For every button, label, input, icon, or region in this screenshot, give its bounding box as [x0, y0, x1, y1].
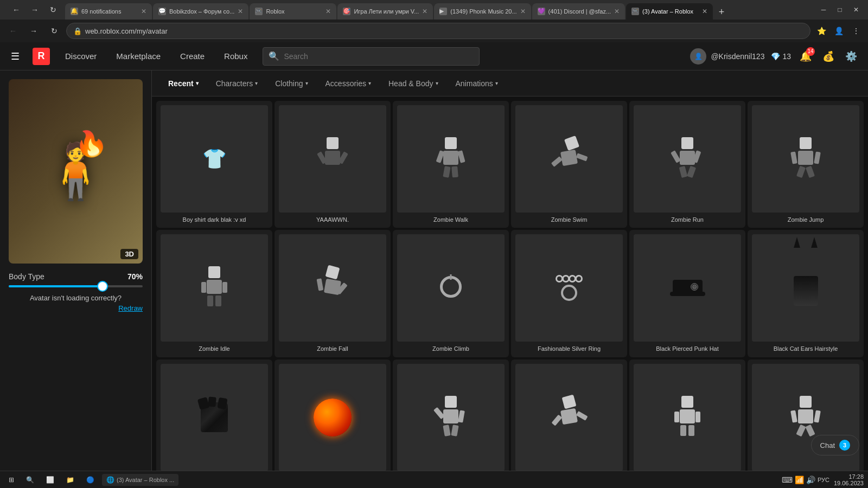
search-input[interactable] [284, 52, 474, 61]
tab-head-body[interactable]: Head & Body ▾ [381, 75, 446, 92]
tab-discord[interactable]: 💜 (401) Discord | @sfaz... ✕ [532, 3, 626, 20]
avatar-preview-area: 🔥 🧍 3D [9, 79, 143, 264]
item-card-zombie-idle[interactable]: Zombie Idle [156, 230, 272, 357]
tab-accessories[interactable]: Accessories ▾ [318, 75, 379, 92]
item-name-yaaawwn: YAAAWWN. [316, 216, 349, 223]
hamburger-menu-button[interactable]: ☰ [9, 48, 22, 65]
chrome-button[interactable]: 🌐 (3) Avatar – Roblox ... [102, 474, 178, 486]
item-card-boy-shirt[interactable]: 👕 Boy shirt dark blak :v xd [156, 101, 272, 228]
gear-settings-button[interactable]: ⚙️ [843, 48, 859, 65]
item-card-zombie-climb[interactable]: Zombie Climb [393, 230, 509, 357]
new-tab-button[interactable]: + [714, 4, 729, 20]
item-card-black-hair[interactable]: Black Messy Hairstyle [156, 359, 272, 486]
browser-back-button[interactable]: ← [4, 22, 22, 40]
item-name-zombie-walk: Zombie Walk [433, 216, 468, 223]
tab-game[interactable]: 🎯 Игра Лети или умри V... ✕ [337, 3, 433, 20]
item-name-zombie-run: Zombie Run [671, 216, 704, 223]
tab-favicon-roblox: 🎮 [255, 8, 263, 15]
tab-characters-arrow: ▾ [255, 80, 258, 86]
item-card-pirate-climb[interactable]: Pirate Climb [393, 359, 509, 486]
maximize-button[interactable]: □ [832, 2, 847, 17]
browser-reload-button[interactable]: ↻ [46, 22, 63, 40]
marketplace-link[interactable]: Marketplace [112, 49, 165, 63]
search-icon: 🔍 [269, 51, 279, 61]
refresh-button[interactable]: ↻ [46, 2, 61, 17]
tab-close-avatar[interactable]: ✕ [702, 8, 707, 15]
explorer-button[interactable]: 📁 [62, 474, 79, 486]
item-thumb-fiery-sun [279, 364, 386, 471]
item-card-zombie-walk[interactable]: Zombie Walk [393, 101, 509, 228]
tab-close-bobikzdox[interactable]: ✕ [238, 8, 243, 15]
slider-thumb[interactable] [97, 281, 108, 292]
robux-button[interactable]: 💰 [820, 48, 837, 65]
tab-animations-arrow: ▾ [495, 80, 498, 86]
item-card-silver-ring[interactable]: Fashionable Silver Ring [511, 230, 627, 357]
tab-recent[interactable]: Recent ▾ [161, 75, 206, 92]
tab-head-body-label: Head & Body [388, 79, 433, 88]
item-card-zombie-run[interactable]: Zombie Run [629, 101, 745, 228]
item-name-zombie-climb: Zombie Climb [432, 345, 469, 352]
create-link[interactable]: Create [176, 49, 209, 63]
tab-animations[interactable]: Animations ▾ [448, 75, 506, 92]
tab-clothing[interactable]: Clothing ▾ [267, 75, 315, 92]
close-window-button[interactable]: ✕ [848, 2, 864, 17]
item-name-punk-hat: Black Pierced Punk Hat [656, 345, 719, 352]
avatar-panel: 🔥 🧍 3D Body Type 70% Avatar isn't loadin… [0, 70, 152, 488]
tab-notifications[interactable]: 🔔 69 notifications ✕ [65, 3, 152, 20]
search-taskbar-button[interactable]: 🔍 [22, 474, 39, 486]
redraw-button[interactable]: Redraw [9, 304, 143, 312]
taskview-button[interactable]: ⬜ [42, 474, 59, 486]
item-card-zombie-jump[interactable]: Zombie Jump [748, 101, 864, 228]
item-card-cat-ears[interactable]: Black Cat Ears Hairstyle [748, 230, 864, 357]
item-name-zombie-jump: Zombie Jump [788, 216, 824, 223]
chat-count: 3 [839, 440, 850, 451]
item-card-zombie-swim[interactable]: Zombie Swim [511, 101, 627, 228]
tab-close-roblox[interactable]: ✕ [326, 8, 331, 15]
tab-favicon-game: 🎯 [343, 8, 350, 15]
item-card-zombie-fall[interactable]: Zombie Fall [275, 230, 391, 357]
tab-characters-label: Characters [216, 79, 253, 88]
tab-close-notifications[interactable]: ✕ [141, 8, 146, 15]
tray-icon-sound[interactable]: 🔊 [806, 476, 815, 484]
item-card-pirate-swim[interactable]: Pirate Swim [511, 359, 627, 486]
forward-button[interactable]: → [27, 2, 42, 17]
item-card-pirate-idle[interactable]: Pirate Idle [629, 359, 745, 486]
tab-favicon-bobikzdox: 💬 [158, 8, 166, 15]
url-bar[interactable]: 🔒 web.roblox.com/my/avatar [66, 23, 810, 39]
tab-characters[interactable]: Characters ▾ [208, 75, 265, 92]
username-text: @Krisdennil123 [711, 52, 764, 61]
body-type-slider[interactable] [9, 285, 143, 287]
item-card-fiery-sun[interactable]: The Fiery Sun [275, 359, 391, 486]
tray-icon-network[interactable]: 📶 [795, 476, 804, 484]
nav-right-section: 👤 @Krisdennil123 💎 13 🔔 14 💰 ⚙️ [690, 48, 859, 65]
notifications-button[interactable]: 🔔 14 [797, 48, 814, 65]
item-card-yaaawwn[interactable]: YAAAWWN. [275, 101, 391, 228]
main-content: 🔥 🧍 3D Body Type 70% Avatar isn't loadin… [0, 70, 868, 488]
tab-avatar[interactable]: 🎮 (3) Avatar – Roblox ✕ [626, 3, 713, 20]
tab-phonk[interactable]: ▶ (1349) Phonk Music 20... ✕ [434, 3, 531, 20]
chat-bubble[interactable]: Chat 3 [811, 435, 859, 455]
extensions-button[interactable]: ⭐ [814, 23, 829, 38]
back-button[interactable]: ← [9, 2, 24, 17]
window-controls: ─ □ ✕ [816, 2, 864, 17]
discover-link[interactable]: Discover [61, 49, 101, 63]
tab-roblox[interactable]: 🎮 Roblox ✕ [250, 3, 336, 20]
minimize-button[interactable]: ─ [816, 2, 831, 17]
robux-link[interactable]: Robux [220, 49, 252, 63]
tab-bobikzdox[interactable]: 💬 Bobikzdox – Форум со... ✕ [153, 3, 248, 20]
profile-button[interactable]: 👤 [831, 23, 846, 38]
tab-close-game[interactable]: ✕ [422, 8, 427, 15]
chrome-icon: 🌐 [106, 476, 114, 484]
tab-close-phonk[interactable]: ✕ [520, 8, 526, 15]
search-bar[interactable]: 🔍 [263, 47, 480, 66]
settings-button[interactable]: ⋮ [848, 23, 864, 38]
user-profile[interactable]: 👤 @Krisdennil123 [690, 48, 764, 65]
browser-forward-button[interactable]: → [25, 22, 42, 40]
edge-button[interactable]: 🔵 [82, 474, 99, 486]
items-panel: Recent ▾ Characters ▾ Clothing ▾ Accesso… [152, 70, 868, 488]
tray-icon-1[interactable]: ⌨ [782, 476, 793, 484]
item-card-pirate-jump[interactable]: Pirate Jump [748, 359, 864, 486]
tab-close-discord[interactable]: ✕ [614, 8, 620, 15]
item-card-punk-hat[interactable]: ☹ Black Pierced Punk Hat [629, 230, 745, 357]
start-button[interactable]: ⊞ [4, 474, 18, 486]
